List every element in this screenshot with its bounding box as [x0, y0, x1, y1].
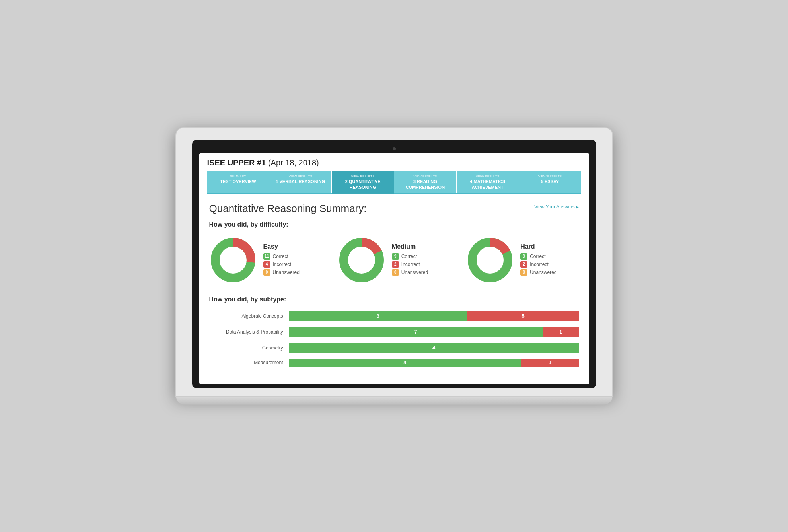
- tab-subtitle-3: VIEW RESULTS: [398, 175, 452, 179]
- hard-correct: 9 Correct: [520, 253, 556, 260]
- medium-incorrect-label: Incorrect: [401, 262, 420, 267]
- camera: [393, 147, 396, 150]
- medium-correct-label: Correct: [401, 254, 417, 259]
- laptop-wrapper: ISEE UPPER #1 (Apr 18, 2018) - SUMMARY T…: [175, 127, 613, 405]
- chart-hard: Hard 9 Correct 2 Incorrect: [466, 236, 579, 284]
- medium-incorrect-badge: 2: [392, 261, 399, 268]
- hard-unanswered-badge: 0: [520, 269, 527, 276]
- bar-red-data: 1: [543, 327, 579, 337]
- view-answers-link[interactable]: View Your Answers: [534, 204, 579, 210]
- laptop-base: [175, 397, 613, 405]
- hard-unanswered: 0 Unanswered: [520, 269, 556, 276]
- subtype-bar-measurement: 4 1: [289, 359, 579, 367]
- easy-unanswered: 0 Unanswered: [263, 269, 300, 276]
- tab-subtitle-2: VIEW RESULTS: [336, 175, 390, 179]
- hard-unanswered-label: Unanswered: [530, 270, 556, 275]
- tab-subtitle-0: SUMMARY: [211, 175, 265, 179]
- subtype-bar-data: 7 1: [289, 327, 579, 337]
- svg-point-5: [352, 250, 371, 270]
- donut-hard: [466, 236, 514, 284]
- subtype-section-title: How you did, by subtype:: [209, 296, 579, 303]
- tab-title-3: 3 READINGCOMPREHENSION: [398, 179, 452, 190]
- tab-math[interactable]: VIEW RESULTS 4 MATHEMATICSACHIEVEMENT: [457, 171, 519, 193]
- medium-unanswered: 0 Unanswered: [392, 269, 428, 276]
- test-title: ISEE UPPER #1 (Apr 18, 2018) -: [207, 158, 581, 167]
- easy-incorrect: 4 Incorrect: [263, 261, 300, 268]
- charts-row: Easy 11 Correct 4 Incorrect: [209, 236, 579, 284]
- easy-correct-badge: 11: [263, 253, 270, 260]
- tab-title-1: 1 VERBAL REASONING: [273, 179, 327, 184]
- bar-red-algebraic: 5: [467, 311, 579, 321]
- tab-essay[interactable]: VIEW RESULTS 5 ESSAY: [519, 171, 581, 193]
- bar-green-geometry: 4: [289, 343, 579, 353]
- easy-correct-label: Correct: [273, 254, 288, 259]
- subtype-label-data: Data Analysis & Probability: [209, 329, 289, 335]
- subtype-bar-geometry: 4: [289, 343, 579, 353]
- title-row: View Your Answers Quantitative Reasoning…: [209, 202, 579, 221]
- easy-incorrect-badge: 4: [263, 261, 270, 268]
- medium-correct-badge: 9: [392, 253, 399, 260]
- bar-green-measurement: 4: [289, 359, 521, 367]
- tab-title-2: 2 QUANTITATIVEREASONING: [336, 179, 390, 190]
- svg-point-2: [224, 250, 243, 270]
- test-name: ISEE UPPER #1: [207, 158, 266, 167]
- chart-easy: Easy 11 Correct 4 Incorrect: [209, 236, 322, 284]
- subtype-row-geometry: Geometry 4: [209, 343, 579, 353]
- easy-correct: 11 Correct: [263, 253, 300, 260]
- legend-medium: Medium 9 Correct 2 Incorrect: [392, 243, 428, 277]
- subtype-label-algebraic: Algebraic Concepts: [209, 313, 289, 319]
- medium-correct: 9 Correct: [392, 253, 428, 260]
- tab-summary[interactable]: SUMMARY TEST OVERVIEW: [207, 171, 270, 193]
- easy-title: Easy: [263, 243, 300, 250]
- page-title: Quantitative Reasoning Summary:: [209, 202, 579, 215]
- tab-title-5: 5 ESSAY: [523, 179, 577, 184]
- tab-title-0: TEST OVERVIEW: [211, 179, 265, 184]
- legend-hard: Hard 9 Correct 2 Incorrect: [520, 243, 556, 277]
- bar-red-measurement: 1: [521, 359, 579, 367]
- main-content: View Your Answers Quantitative Reasoning…: [199, 194, 589, 380]
- donut-medium: [338, 236, 385, 284]
- difficulty-section-title: How you did, by difficulty:: [209, 221, 579, 228]
- hard-incorrect-label: Incorrect: [530, 262, 549, 267]
- test-date: (Apr 18, 2018) -: [266, 158, 324, 167]
- subtype-label-geometry: Geometry: [209, 345, 289, 351]
- hard-title: Hard: [520, 243, 556, 250]
- subtype-row-measurement: Measurement 4 1: [209, 359, 579, 367]
- medium-incorrect: 2 Incorrect: [392, 261, 428, 268]
- bar-green-algebraic: 8: [289, 311, 467, 321]
- hard-incorrect: 2 Incorrect: [520, 261, 556, 268]
- subtype-row-algebraic: Algebraic Concepts 8 5: [209, 311, 579, 321]
- easy-unanswered-badge: 0: [263, 269, 270, 276]
- nav-tabs: SUMMARY TEST OVERVIEW VIEW RESULTS 1 VER…: [207, 171, 581, 194]
- laptop-body: ISEE UPPER #1 (Apr 18, 2018) - SUMMARY T…: [175, 127, 613, 397]
- chart-medium: Medium 9 Correct 2 Incorrect: [338, 236, 450, 284]
- medium-title: Medium: [392, 243, 428, 250]
- tab-subtitle-4: VIEW RESULTS: [461, 175, 515, 179]
- hard-correct-badge: 9: [520, 253, 527, 260]
- laptop-screen: ISEE UPPER #1 (Apr 18, 2018) - SUMMARY T…: [199, 153, 589, 384]
- bar-green-data: 7: [289, 327, 543, 337]
- hard-incorrect-badge: 2: [520, 261, 527, 268]
- tab-subtitle-5: VIEW RESULTS: [523, 175, 577, 179]
- legend-easy: Easy 11 Correct 4 Incorrect: [263, 243, 300, 277]
- tab-title-4: 4 MATHEMATICSACHIEVEMENT: [461, 179, 515, 190]
- medium-unanswered-badge: 0: [392, 269, 399, 276]
- tab-verbal[interactable]: VIEW RESULTS 1 VERBAL REASONING: [269, 171, 332, 193]
- tab-reading[interactable]: VIEW RESULTS 3 READINGCOMPREHENSION: [394, 171, 457, 193]
- tab-quantitative[interactable]: VIEW RESULTS 2 QUANTITATIVEREASONING: [332, 171, 394, 194]
- screen-bezel: ISEE UPPER #1 (Apr 18, 2018) - SUMMARY T…: [192, 140, 596, 388]
- subtype-section: How you did, by subtype: Algebraic Conce…: [209, 296, 579, 367]
- subtype-label-measurement: Measurement: [209, 360, 289, 365]
- svg-point-8: [481, 250, 500, 270]
- medium-unanswered-label: Unanswered: [401, 270, 428, 275]
- easy-unanswered-label: Unanswered: [273, 270, 300, 275]
- subtype-bar-algebraic: 8 5: [289, 311, 579, 321]
- tab-subtitle-1: VIEW RESULTS: [273, 175, 327, 179]
- donut-easy: [209, 236, 257, 284]
- easy-incorrect-label: Incorrect: [273, 262, 292, 267]
- hard-correct-label: Correct: [530, 254, 545, 259]
- header-bar: ISEE UPPER #1 (Apr 18, 2018) - SUMMARY T…: [199, 153, 589, 194]
- subtype-row-data: Data Analysis & Probability 7 1: [209, 327, 579, 337]
- screen-content: ISEE UPPER #1 (Apr 18, 2018) - SUMMARY T…: [199, 153, 589, 384]
